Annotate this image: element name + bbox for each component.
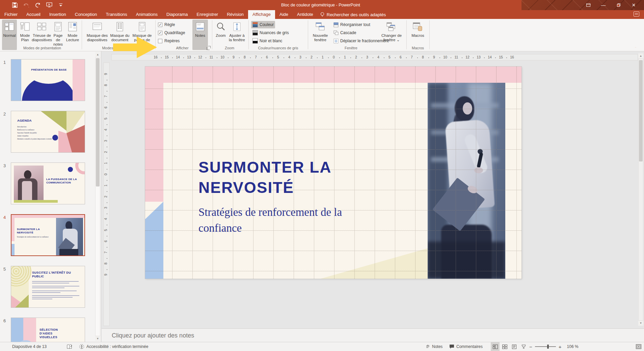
- tell-me-search[interactable]: Rechercher des outils adaptés: [320, 10, 386, 19]
- reading-view-button[interactable]: Mode Lecture: [65, 20, 80, 50]
- start-slideshow-icon[interactable]: [46, 2, 53, 8]
- redo-icon[interactable]: [34, 2, 41, 8]
- fit-to-window-button[interactable]: Ajuster à la fenêtre: [228, 20, 246, 50]
- slide-sorter-button[interactable]: Trieuse de diapositives: [33, 20, 51, 50]
- cascade-button[interactable]: Cascade: [332, 29, 357, 36]
- slide-photo-speaker[interactable]: [428, 83, 505, 279]
- scroll-up-icon[interactable]: ▲: [95, 52, 100, 57]
- accessibility-status[interactable]: Accessibilité : vérification terminée: [77, 342, 150, 351]
- zoom-out-icon[interactable]: −: [529, 344, 532, 350]
- normal-view-button[interactable]: Normal: [2, 20, 17, 50]
- minimize-icon[interactable]: —: [596, 0, 611, 10]
- slide-canvas[interactable]: SURMONTER LA NERVOSITÉ Stratégies de ren…: [145, 67, 521, 279]
- ruler-number: 8: [104, 262, 108, 265]
- agenda-item: Derniers conseils et points importants à…: [17, 137, 58, 141]
- window-controls: — ×: [581, 0, 641, 10]
- slide-thumbnail-2[interactable]: AGENDA IntroductionRenforcez la confianc…: [11, 111, 85, 153]
- ruler-number: 0: [333, 55, 335, 59]
- zoom-button[interactable]: Zoom: [214, 20, 227, 50]
- fit-slide-to-window-icon[interactable]: [634, 342, 643, 351]
- guides-checkbox-row[interactable]: Repères: [158, 39, 180, 43]
- customize-qat-icon[interactable]: [57, 2, 64, 8]
- scrollbar-thumb[interactable]: [96, 58, 100, 186]
- ruler-checkbox[interactable]: ✓: [158, 23, 162, 27]
- scrollbar-thumb[interactable]: [639, 60, 643, 161]
- ruler-number: 1: [104, 184, 108, 186]
- comments-toggle[interactable]: Commentaires: [447, 342, 485, 351]
- zoom-slider-track[interactable]: [535, 346, 556, 347]
- slide-thumbnail-4-selected[interactable]: SURMONTER LA NERVOSITÉ Stratégies de ren…: [11, 214, 85, 256]
- outline-view-button[interactable]: Mode Plan: [18, 20, 32, 50]
- macros-button[interactable]: Macros: [409, 20, 427, 50]
- slide-pink-top-band: [145, 67, 521, 83]
- gridlines-checkbox[interactable]: ✓: [158, 31, 162, 35]
- ruler-number: 4: [104, 218, 108, 220]
- editor-scrollbar[interactable]: ▲ ▼: [638, 53, 643, 326]
- tab-diaporama[interactable]: Diaporama: [162, 10, 192, 19]
- agenda-item: Aides visuelles: [17, 134, 58, 137]
- tab-revision[interactable]: Révision: [222, 10, 248, 19]
- grayscale-option[interactable]: Nuances de gris: [251, 29, 290, 36]
- slide-thumbnail-5[interactable]: SUSCITEZ L'INTÉRÊT DU PUBLIC: [11, 266, 85, 308]
- save-icon[interactable]: [11, 2, 18, 8]
- zoom-in-icon[interactable]: +: [559, 344, 562, 350]
- tab-enregistrer[interactable]: Enregistrer: [192, 10, 223, 19]
- black-white-option[interactable]: Noir et blanc: [251, 37, 284, 45]
- slide-subtitle[interactable]: Stratégies de renforcement de la confian…: [198, 204, 366, 236]
- collapse-ribbon-icon[interactable]: ⌃: [633, 46, 639, 51]
- ruler-number: 4: [104, 129, 108, 131]
- reading-view-icon[interactable]: [510, 342, 518, 351]
- notes-placeholder[interactable]: Cliquez pour ajouter des notes: [112, 332, 194, 339]
- gridlines-checkbox-row[interactable]: ✓ Quadrillage: [158, 30, 185, 35]
- slide-thumbnail-1[interactable]: PRÉSENTATION DE BASE: [11, 59, 85, 101]
- spellcheck-icon[interactable]: [65, 342, 75, 351]
- ruler-number: 2: [355, 55, 357, 59]
- notes-pane[interactable]: Cliquez pour ajouter des notes: [102, 328, 644, 342]
- scroll-down-icon[interactable]: ▼: [95, 336, 100, 341]
- tab-accueil[interactable]: Accueil: [22, 10, 45, 19]
- horizontal-ruler: 1615141312111098765432101234567891011121…: [111, 54, 638, 60]
- zoom-slider-thumb[interactable]: [547, 345, 549, 349]
- undo-icon[interactable]: [23, 2, 30, 8]
- notes-toggle-button[interactable]: Notes: [192, 20, 208, 50]
- notes-toggle[interactable]: Notes: [424, 342, 445, 351]
- guides-checkbox[interactable]: [158, 39, 162, 43]
- close-icon[interactable]: ×: [626, 0, 641, 10]
- share-icon[interactable]: [634, 11, 639, 17]
- slide-title[interactable]: SURMONTER LA NERVOSITÉ: [198, 157, 387, 198]
- show-dialog-launcher-icon[interactable]: [207, 46, 211, 50]
- ruler-number: 2: [311, 55, 313, 59]
- slide-sorter-view-icon[interactable]: [500, 342, 509, 351]
- new-window-button[interactable]: Nouvelle fenêtre: [311, 20, 330, 50]
- tab-aide[interactable]: Aide: [275, 10, 293, 19]
- ruler-number: 7: [104, 95, 108, 97]
- tab-animations[interactable]: Animations: [132, 10, 162, 19]
- decor-band: [11, 215, 15, 241]
- ruler-checkbox-row[interactable]: ✓ Règle: [158, 22, 175, 27]
- decor-band: [23, 318, 36, 342]
- thumbnail-scrollbar[interactable]: ▲ ▼: [95, 52, 100, 341]
- normal-view-icon[interactable]: [491, 342, 500, 351]
- ruler-number: 6: [266, 55, 268, 59]
- switch-window-button[interactable]: Changer de fenêtre ⌄: [379, 20, 404, 50]
- scroll-up-icon[interactable]: ▲: [638, 53, 643, 58]
- ribbon-display-options-icon[interactable]: [581, 0, 596, 10]
- slide-number: 2: [3, 111, 6, 117]
- slide-thumbnail-6[interactable]: SÉLECTION D'AIDES VISUELLES: [11, 318, 85, 342]
- tab-conception[interactable]: Conception: [71, 10, 102, 19]
- ruler-number: 5: [388, 55, 391, 59]
- slide-master-button[interactable]: Masque des diapositives: [86, 20, 108, 50]
- group-label-zoom: Zoom: [213, 46, 246, 50]
- color-option[interactable]: Couleur: [251, 21, 275, 28]
- slide-thumbnail-3[interactable]: LA PUISSANCE DE LA COMMUNICATION: [11, 162, 85, 204]
- tab-insertion[interactable]: Insertion: [45, 10, 71, 19]
- arrange-all-button[interactable]: Réorganiser tout: [332, 21, 372, 28]
- slideshow-view-icon[interactable]: [519, 342, 528, 351]
- tab-transitions[interactable]: Transitions: [102, 10, 132, 19]
- tab-antidote[interactable]: Antidote: [293, 10, 318, 19]
- scroll-down-icon[interactable]: ▼: [638, 321, 643, 326]
- notes-page-button[interactable]: Page de notes: [51, 20, 65, 50]
- tab-affichage[interactable]: Affichage: [248, 10, 275, 19]
- tab-fichier[interactable]: Fichier: [0, 10, 22, 19]
- restore-icon[interactable]: [611, 0, 626, 10]
